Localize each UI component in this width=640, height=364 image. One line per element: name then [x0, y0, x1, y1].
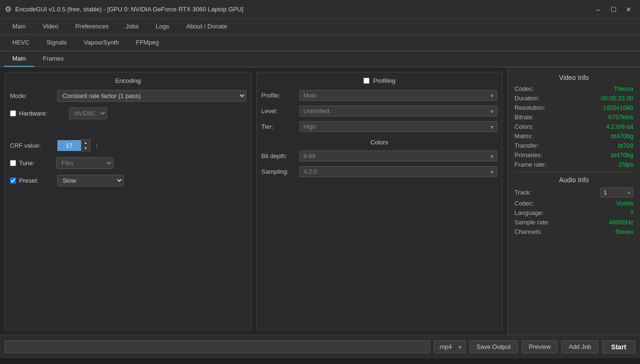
- crf-spinbox: ▲ ▼: [57, 139, 90, 151]
- sampling-row: Sampling: 4:2:0 4:2:2 4:4:4: [261, 166, 498, 177]
- crf-input[interactable]: [57, 140, 81, 151]
- bitdepth-select[interactable]: 8-bit 10-bit 12-bit: [299, 151, 498, 161]
- tune-select[interactable]: Film Animation Grain: [56, 157, 113, 169]
- tier-select[interactable]: High Main: [299, 121, 498, 132]
- audio-codec-key: Codec:: [514, 200, 534, 207]
- profile-dropdown-wrapper: Main Main10 Main12: [299, 90, 498, 101]
- profile-label: Profile:: [261, 92, 299, 99]
- tab-signals[interactable]: Signals: [38, 35, 75, 51]
- framerate-key: Frame rate:: [514, 161, 546, 168]
- colors-key: Colors:: [514, 123, 534, 130]
- audio-track-row: Track: 1 2 3: [514, 187, 633, 197]
- profile-row: Profile: Main Main10 Main12: [261, 90, 498, 101]
- level-row: Level: Unlimited 3.0 4.0 5.0: [261, 106, 498, 116]
- profiling-header: Profiling: [261, 77, 498, 84]
- bitrate-key: Bitrate:: [514, 114, 534, 121]
- tab-jobs[interactable]: Jobs: [117, 19, 147, 35]
- audio-track-wrapper: 1 2 3: [600, 187, 633, 197]
- crf-row: CRF value: ▲ ▼ ↕: [10, 139, 246, 151]
- bitdepth-label: Bit depth:: [261, 152, 299, 160]
- transfer-val: bt709: [618, 142, 633, 149]
- matrix-row: Matrix: bt470bg: [514, 133, 633, 140]
- audio-track-select[interactable]: 1 2 3: [600, 187, 633, 197]
- tab-main-sub[interactable]: Main: [4, 51, 34, 67]
- bottom-bar: .mp4 .mkv .mov .avi Save Output Preview …: [0, 335, 640, 358]
- save-output-button[interactable]: Save Output: [469, 340, 518, 353]
- colors-title: Colors: [261, 139, 498, 146]
- tab-video[interactable]: Video: [34, 19, 67, 35]
- preset-label: Preset:: [19, 177, 38, 184]
- tab-preferences[interactable]: Preferences: [67, 19, 117, 35]
- crf-spin-up[interactable]: ▲: [81, 140, 90, 145]
- primaries-row: Primaries: bt470bg: [514, 151, 633, 159]
- start-button[interactable]: Start: [602, 340, 635, 354]
- mode-select[interactable]: Constant rate factor (1 pass) Bitrate (1…: [57, 90, 246, 102]
- duration-val: 00:00:33.00: [601, 95, 633, 102]
- tab-vapoursynth[interactable]: VapourSynth: [75, 35, 127, 51]
- tab-logs[interactable]: Logs: [147, 19, 178, 35]
- audio-samplerate-key: Sample rate:: [514, 219, 550, 226]
- hardware-checkbox[interactable]: [10, 110, 16, 116]
- nav-tabs-3: Main Frames: [0, 51, 640, 67]
- title-bar-text: EncodeGUI v1.0.5 (free, stable) - [GPU 0…: [15, 6, 592, 13]
- tune-checkbox[interactable]: [10, 160, 16, 166]
- transfer-row: Transfer: bt709: [514, 142, 633, 149]
- tab-about-donate[interactable]: About / Donate: [178, 19, 236, 35]
- profiling-checkbox[interactable]: [363, 78, 370, 84]
- resolution-val: 1920x1080: [603, 104, 633, 111]
- duration-key: Duration:: [514, 95, 540, 102]
- maximize-button[interactable]: ☐: [607, 3, 620, 16]
- encoding-panel: Encoding Mode: Constant rate factor (1 p…: [5, 72, 252, 330]
- preview-button[interactable]: Preview: [522, 340, 558, 353]
- close-button[interactable]: ✕: [622, 3, 635, 16]
- audio-track-key: Track:: [514, 189, 532, 196]
- hardware-label: Hardware:: [19, 110, 47, 117]
- nav-tabs-1: Main Video Preferences Jobs Logs About /…: [0, 19, 640, 35]
- level-select[interactable]: Unlimited 3.0 4.0 5.0: [299, 106, 498, 116]
- audio-language-val: ?: [630, 209, 633, 216]
- minimize-button[interactable]: –: [592, 3, 605, 16]
- tab-hevc[interactable]: HEVC: [4, 35, 38, 51]
- crf-spin-down[interactable]: ▼: [81, 145, 90, 151]
- audio-codec-row: Codec: Vorbis: [514, 200, 633, 207]
- level-dropdown-wrapper: Unlimited 3.0 4.0 5.0: [299, 106, 498, 116]
- sampling-select[interactable]: 4:2:0 4:2:2 4:4:4: [299, 166, 498, 177]
- tab-main[interactable]: Main: [4, 19, 34, 35]
- primaries-val: bt470bg: [611, 151, 633, 159]
- colors-row: Colors: 4:2:0/8-bit: [514, 123, 633, 130]
- tier-row: Tier: High Main: [261, 121, 498, 132]
- tier-label: Tier:: [261, 123, 299, 130]
- tab-ffmpeg[interactable]: FFMpeg: [127, 35, 167, 51]
- preset-checkbox[interactable]: [10, 178, 16, 184]
- matrix-val: bt470bg: [611, 133, 633, 140]
- bitdepth-dropdown-wrapper: 8-bit 10-bit 12-bit: [299, 151, 498, 161]
- profiling-panel: Profiling Profile: Main Main10 Main12 Le…: [256, 72, 503, 330]
- info-divider: [514, 172, 633, 172]
- level-label: Level:: [261, 107, 299, 115]
- profile-select[interactable]: Main Main10 Main12: [299, 90, 498, 101]
- tune-row: Tune: Film Animation Grain: [10, 157, 246, 169]
- content-area: Encoding Mode: Constant rate factor (1 p…: [0, 67, 507, 335]
- audio-language-key: Language:: [514, 209, 543, 216]
- framerate-val: 25fps: [618, 161, 633, 168]
- bitrate-val: 6757kb/s: [608, 114, 633, 121]
- tab-frames[interactable]: Frames: [34, 51, 72, 67]
- codec-val: Theora: [614, 85, 633, 92]
- duration-row: Duration: 00:00:33.00: [514, 95, 633, 102]
- filename-input[interactable]: [5, 340, 430, 353]
- resolution-row: Resolution: 1920x1080: [514, 104, 633, 111]
- mode-row: Mode: Constant rate factor (1 pass) Bitr…: [10, 90, 246, 102]
- audio-channels-val: Stereo: [615, 228, 633, 235]
- transfer-key: Transfer:: [514, 142, 539, 149]
- sampling-dropdown-wrapper: 4:2:0 4:2:2 4:4:4: [299, 166, 498, 177]
- video-info-title: Video Info: [514, 74, 633, 81]
- tier-dropdown-wrapper: High Main: [299, 121, 498, 132]
- format-select[interactable]: .mp4 .mkv .mov .avi: [434, 340, 466, 353]
- preset-select[interactable]: Ultrafast Superfast Veryfast Faster Fast…: [57, 175, 124, 186]
- title-bar-controls: – ☐ ✕: [592, 3, 635, 16]
- hardware-select[interactable]: NVENC QSV AMF: [69, 107, 107, 119]
- add-job-button[interactable]: Add Job: [561, 340, 598, 353]
- audio-codec-val: Vorbis: [616, 200, 633, 207]
- preset-row: Preset: Ultrafast Superfast Veryfast Fas…: [10, 175, 246, 186]
- cursor-indicator: ↕: [95, 142, 98, 149]
